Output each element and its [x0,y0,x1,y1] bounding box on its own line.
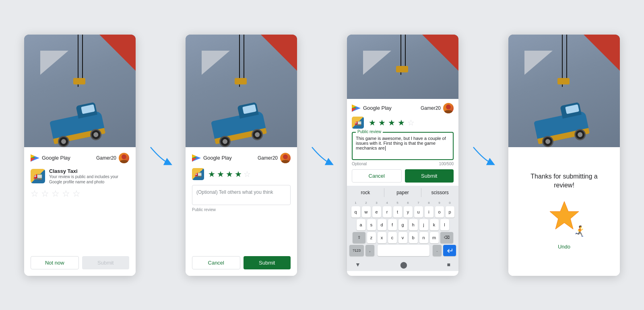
key-i[interactable]: i [425,206,433,218]
screen2-frame: Google Play Gamer20 🚛 ★ ★ ★ ★ ☆ (Optiona… [186,35,297,276]
stars-row-1[interactable]: ☆ ☆ ☆ ☆ ☆ [31,189,129,199]
not-now-button[interactable]: Not now [31,256,79,269]
key-b[interactable]: b [409,232,418,243]
screen3-stars-row[interactable]: 🚛 ★ ★ ★ ★ ☆ [352,117,454,129]
gp-header-3: Google Play Gamer20 [352,103,454,113]
google-play-label-1: Google Play [42,155,70,161]
app-text-1: Classy Taxi Your review is public and in… [49,168,129,185]
key-e[interactable]: e [372,206,381,218]
key-g[interactable]: g [398,219,407,230]
submit-button-3[interactable]: Submit [405,169,454,183]
star3-4[interactable]: ★ [398,118,405,127]
nav-home-icon[interactable]: ⬤ [400,261,407,269]
arrow-2 [310,139,334,171]
key-t[interactable]: t [393,206,402,218]
review-placeholder: (Optional) Tell others what you think [196,189,273,195]
key-123[interactable]: ?123 [349,245,364,256]
star2-1[interactable]: ★ [208,169,215,179]
screen2-buttons: Cancel Submit [192,256,291,269]
key-a[interactable]: a [357,219,365,230]
key-h[interactable]: h [409,219,418,230]
star-3[interactable]: ☆ [52,189,60,199]
star3-2[interactable]: ★ [378,118,386,127]
star-5[interactable]: ☆ [72,189,80,199]
game-screenshot-3 [347,35,458,99]
optional-label: Optional [352,162,367,166]
text-cursor [385,146,386,151]
review-text-3: This game is awesome, but I have a coupl… [356,136,446,150]
review-label-2: Public review [192,207,291,212]
review-box-3[interactable]: Public review This game is awesome, but … [352,132,454,160]
star2-5[interactable]: ☆ [244,169,251,179]
user-avatar-2 [280,153,291,163]
key-k[interactable]: k [430,219,439,230]
game-screenshot-2 [186,35,297,147]
star3-3[interactable]: ★ [388,118,395,127]
key-d[interactable]: d [378,219,386,230]
key-r[interactable]: r [383,206,392,218]
screen4-card: Thanks for submitting a review! 🏃 Undo [508,147,620,276]
key-p[interactable]: p [446,206,454,218]
key-y[interactable]: y [404,206,413,218]
key-z[interactable]: z [367,232,376,243]
running-person-icon: 🏃 [574,225,586,238]
cancel-button-3[interactable]: Cancel [352,169,402,183]
submit-button-1: Submit [82,256,130,269]
key-c[interactable]: c [388,232,397,243]
key-n[interactable]: n [419,232,428,243]
key-period[interactable]: . [433,245,442,256]
key-shift[interactable]: ⇧ [353,232,365,243]
gp-logo-row-1: Google Play [31,154,70,162]
key-row-2: a s d f g h j k l [349,219,457,230]
key-o[interactable]: o [435,206,444,218]
key-x[interactable]: x [378,232,386,243]
key-comma[interactable]: , [365,245,374,256]
key-s[interactable]: s [367,219,376,230]
key-m[interactable]: m [430,232,439,243]
gp-header-2: Google Play Gamer20 [192,153,291,163]
nav-back-icon[interactable]: ▼ [355,261,361,268]
game-screenshot-1 [24,35,136,147]
screen3-char-row: Optional 100/500 [352,162,454,166]
star-1[interactable]: ☆ [31,189,39,199]
key-w[interactable]: w [362,206,371,218]
key-u[interactable]: u [414,206,423,218]
app-subtitle-1: Your review is public and includes your … [49,174,129,185]
review-input-2[interactable]: (Optional) Tell others what you think [192,185,291,205]
user-row-2: Gamer20 [258,153,291,163]
screen3-frame: Google Play Gamer20 🚛 ★ ★ ★ ★ ☆ Public r… [347,35,458,276]
key-backspace[interactable]: ⌫ [440,232,453,243]
star2-4[interactable]: ★ [235,169,242,179]
star2-3[interactable]: ★ [226,169,233,179]
google-play-label-3: Google Play [363,105,392,111]
star2-2[interactable]: ★ [217,169,224,179]
key-j[interactable]: j [419,219,428,230]
svg-point-10 [283,154,288,159]
user-row-1: Gamer20 [96,153,129,163]
suggestion-scissors[interactable]: scissors [421,188,458,197]
gp-logo-row-2: Google Play [192,154,232,162]
keyboard: rock paper scissors 1 2 3 4 5 6 7 8 9 0 … [347,186,458,271]
undo-link[interactable]: Undo [558,244,570,250]
key-v[interactable]: v [398,232,407,243]
keyboard-area: 1 2 3 4 5 6 7 8 9 0 q w e r t y u i [347,199,458,259]
keyboard-suggestions: rock paper scissors [347,186,458,199]
key-l[interactable]: l [440,219,449,230]
key-q[interactable]: q [351,206,360,218]
app-icon-3: 🚛 [352,117,364,129]
key-return[interactable] [443,245,456,256]
key-space[interactable] [378,245,429,256]
submit-button-2[interactable]: Submit [244,256,291,269]
suggestion-rock[interactable]: rock [347,188,384,197]
key-f[interactable]: f [388,219,397,230]
suggestion-paper[interactable]: paper [384,188,422,197]
cancel-button-2[interactable]: Cancel [192,256,240,269]
nav-recents-icon[interactable]: ■ [447,261,450,268]
star3-1[interactable]: ★ [369,118,376,127]
stars-row-2[interactable]: 🚛 ★ ★ ★ ★ ☆ [192,168,291,180]
star3-5[interactable]: ☆ [407,118,415,127]
star-2[interactable]: ☆ [41,189,49,199]
keyboard-nav-bar: ▼ ⬤ ■ [347,259,458,271]
username-1: Gamer20 [96,155,116,161]
star-4[interactable]: ☆ [62,189,70,199]
